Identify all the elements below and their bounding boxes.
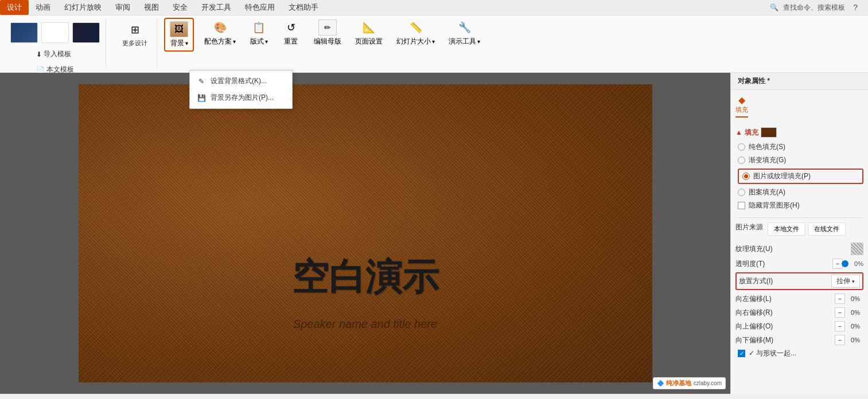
tab-animation[interactable]: 动画 <box>29 0 57 15</box>
slide-canvas[interactable]: 空白演示 Speaker name and title here 🔷 纯净基地 … <box>0 73 730 394</box>
background-dropdown: ✎ 设置背景格式(K)... 💾 背景另存为图片(P)... <box>189 70 293 109</box>
fill-color-preview[interactable] <box>761 127 777 138</box>
ribbon-group-templates: ⬇ 导入模板 📄 本文模板 <box>5 18 106 68</box>
placement-select[interactable]: 拉伸 ▾ <box>831 275 860 288</box>
right-panel: 对象属性 * ◆ 填充 ▲ 填充 <box>730 73 868 394</box>
slide-texture <box>79 84 652 382</box>
import-icon: ⬇ <box>36 50 42 58</box>
local-file-tab[interactable]: 本地文件 <box>768 222 805 236</box>
tab-design[interactable]: 设计 <box>0 0 29 15</box>
present-tools-btn[interactable]: 🔧 演示工具 ▾ <box>445 18 484 48</box>
offset-up-value: 0% <box>847 323 863 330</box>
fill-icon: ◆ <box>738 95 745 105</box>
transparency-row: 透明度(T) − 0% <box>735 259 863 269</box>
save-bg-as-image-item[interactable]: 💾 背景另存为图片(P)... <box>190 89 292 106</box>
offset-right-row: 向右偏移(R) − 0% <box>735 307 863 318</box>
main-area: 空白演示 Speaker name and title here 🔷 纯净基地 … <box>0 73 868 394</box>
save-icon: 💾 <box>197 93 206 103</box>
gradient-fill-radio[interactable] <box>738 157 745 164</box>
bg-icon: 🖼 <box>174 24 184 34</box>
offset-right-minus[interactable]: − <box>835 307 845 318</box>
image-source-label: 图片来源 <box>735 222 763 236</box>
with-shape-row[interactable]: ✓ ✓ 与形状一起... <box>738 349 863 358</box>
placement-label: 放置方式(I) <box>739 276 831 286</box>
chevron-down-icon2: ▾ <box>233 38 236 45</box>
slide-subtitle[interactable]: Speaker name and title here <box>293 318 437 331</box>
picture-texture-fill-radio[interactable] <box>742 173 750 180</box>
with-shape-checkbox[interactable]: ✓ <box>738 350 745 357</box>
watermark-url: czlaby.com <box>694 380 722 386</box>
offset-up-minus[interactable]: − <box>835 321 845 331</box>
colorscheme-icon: 🎨 <box>214 21 227 34</box>
pattern-fill-option[interactable]: 图案填充(A) <box>738 187 863 197</box>
offset-right-value: 0% <box>847 309 863 316</box>
tab-bar: 设计 动画 幻灯片放映 审阅 视图 安全 开发工具 特色应用 文档助手 🔍 查找… <box>0 0 868 15</box>
picture-texture-fill-option[interactable]: 图片或纹理填充(P) <box>738 169 863 184</box>
placement-row: 放置方式(I) 拉伸 ▾ <box>735 272 863 290</box>
fill-tab[interactable]: ◆ 填充 <box>735 95 748 118</box>
template-thumb-3[interactable] <box>72 22 100 43</box>
watermark-logo: 🔷 <box>657 380 664 386</box>
pattern-fill-radio[interactable] <box>738 189 745 196</box>
offset-left-value: 0% <box>847 295 863 302</box>
slider-thumb[interactable] <box>842 260 848 267</box>
presenttools-icon: 🔧 <box>458 21 471 34</box>
page-setup-btn[interactable]: 📐 页面设置 <box>352 18 386 48</box>
help-btn[interactable]: ? <box>850 2 861 13</box>
fill-section: ▲ 填充 纯色填充(S) 渐变填充(G) <box>735 127 863 210</box>
search-label[interactable]: 查找命令、搜索模板 <box>783 3 845 13</box>
template-thumb-1[interactable] <box>10 22 38 43</box>
edit-icon: ✎ <box>197 77 206 86</box>
fill-section-title[interactable]: ▲ 填充 <box>735 127 863 138</box>
panel-header: 对象属性 * <box>731 73 868 90</box>
color-scheme-btn[interactable]: 🎨 配色方案 ▾ <box>201 18 239 48</box>
hide-bg-checkbox[interactable] <box>738 202 745 209</box>
slide-title[interactable]: 空白演示 <box>292 252 439 302</box>
template-thumb-2[interactable] <box>41 22 69 43</box>
slide-size-btn[interactable]: 📏 幻灯片大小 ▾ <box>393 18 438 48</box>
chevron-down-icon4: ▾ <box>432 38 435 45</box>
texture-fill-label: 纹理填充(U) <box>735 244 851 254</box>
pagesetup-icon: 📐 <box>363 21 375 34</box>
edit-master-btn[interactable]: ✏ 编辑母版 <box>310 18 345 48</box>
template-thumbnails <box>10 20 100 45</box>
panel-body: ▲ 填充 纯色填充(S) 渐变填充(G) <box>731 123 868 394</box>
set-bg-format-item[interactable]: ✎ 设置背景格式(K)... <box>190 73 292 89</box>
edit-master-icon: ✏ <box>324 23 331 32</box>
transparency-label: 透明度(T) <box>735 259 832 269</box>
tab-review[interactable]: 审阅 <box>108 0 137 15</box>
style-btn[interactable]: 📋 版式 ▾ <box>246 18 271 48</box>
solid-fill-option[interactable]: 纯色填充(S) <box>738 142 863 152</box>
tab-docassist[interactable]: 文档助手 <box>282 0 325 15</box>
background-label: 背景 <box>170 38 184 48</box>
style-icon: 📋 <box>252 21 265 34</box>
image-source-tabs: 图片来源 本地文件 在线文件 <box>735 222 863 236</box>
online-file-tab[interactable]: 在线文件 <box>808 222 846 236</box>
gradient-fill-option[interactable]: 渐变填充(G) <box>738 155 863 165</box>
texture-picker[interactable] <box>851 242 863 255</box>
offset-down-minus[interactable]: − <box>835 335 845 345</box>
slide: 空白演示 Speaker name and title here <box>79 84 652 382</box>
chevron-down-icon3: ▾ <box>265 38 268 45</box>
reset-btn[interactable]: ↺ 重置 <box>278 18 303 48</box>
background-btn[interactable]: 🖼 背景 ▾ <box>164 18 194 52</box>
import-template-btn[interactable]: ⬇ 导入模板 <box>32 48 76 61</box>
tab-features[interactable]: 特色应用 <box>238 0 282 15</box>
tab-view[interactable]: 视图 <box>137 0 166 15</box>
tab-security[interactable]: 安全 <box>166 0 194 15</box>
offset-down-value: 0% <box>847 337 863 343</box>
more-design-btn[interactable]: ⊞ 更多设计 <box>119 20 151 49</box>
chevron-down-icon5: ▾ <box>477 38 480 45</box>
offset-left-row: 向左偏移(L) − 0% <box>735 294 863 304</box>
watermark: 🔷 纯净基地 czlaby.com <box>653 377 726 389</box>
offset-right-label: 向右偏移(R) <box>735 308 835 318</box>
slidesize-icon: 📏 <box>410 21 422 34</box>
offset-left-minus[interactable]: − <box>835 294 845 304</box>
solid-fill-radio[interactable] <box>738 143 745 151</box>
placement-chevron: ▾ <box>852 279 855 284</box>
hide-bg-shape[interactable]: 隐藏背景图形(H) <box>738 201 863 210</box>
reset-icon: ↺ <box>287 21 295 34</box>
tab-devtools[interactable]: 开发工具 <box>194 0 238 15</box>
tab-slideshow[interactable]: 幻灯片放映 <box>57 0 108 15</box>
watermark-name: 纯净基地 <box>666 379 691 388</box>
